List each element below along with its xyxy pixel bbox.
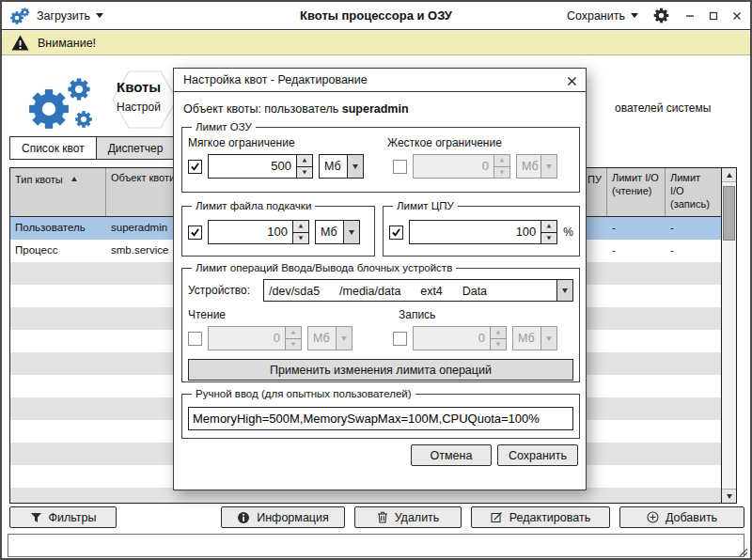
scrollbar-up-button[interactable] (722, 168, 736, 182)
spin-up-button[interactable] (540, 221, 556, 232)
tab-dispatcher[interactable]: Диспетчер (97, 136, 176, 160)
device-label: Устройство: (188, 284, 263, 297)
soft-unit-combobox[interactable]: Мб (319, 154, 364, 179)
swap-limit-value[interactable]: 100 (209, 221, 292, 243)
quota-object-line: Объект квоты: пользователь superadmin (183, 102, 409, 116)
trash-icon (377, 511, 388, 523)
load-menu-button[interactable]: Загрузить (37, 9, 103, 23)
triangle-down-icon (727, 494, 732, 499)
settings-gear-icon[interactable] (653, 8, 669, 23)
page-subtitle-fragment: Настрой (117, 101, 161, 114)
quota-edit-dialog: Настройка квот - Редактирование Объект к… (173, 68, 587, 490)
caret-down-icon (336, 327, 352, 350)
dialog-close-button[interactable] (565, 74, 578, 87)
delete-button[interactable]: Удалить (354, 506, 462, 528)
ram-limit-group: Лимит ОЗУ Мягкое ограничение Жесткое огр… (181, 121, 580, 193)
io-limit-group: Лимит операций Ввода/Вывода блочных устр… (181, 262, 580, 382)
hard-limit-value: 0 (414, 155, 494, 178)
io-write-checkbox[interactable] (393, 332, 407, 346)
check-icon (391, 227, 401, 238)
spin-down-button[interactable] (296, 166, 312, 179)
app-logo-gears (24, 75, 100, 138)
check-icon (190, 162, 200, 172)
column-io-read[interactable]: Лимит I/O (чтение) (607, 168, 666, 216)
table-scrollbar[interactable] (721, 168, 736, 503)
scrollbar-thumb[interactable] (723, 186, 735, 241)
hard-limit-checkbox[interactable] (393, 160, 407, 174)
swap-limit-group: Лимит файла подкачки 100 Мб (181, 200, 375, 257)
add-button[interactable]: Добавить (619, 506, 744, 528)
resize-grip[interactable] (737, 546, 748, 557)
spin-down-button (490, 338, 506, 350)
io-write-unit-value: Мб (513, 327, 540, 350)
quota-object-name: superadmin (342, 102, 409, 116)
spin-up-button (494, 155, 509, 166)
spin-up-button[interactable] (292, 221, 308, 232)
hard-unit-value: Мб (517, 155, 540, 178)
spin-down-button[interactable] (292, 232, 308, 244)
soft-limit-spinbox[interactable]: 500 (208, 154, 313, 179)
manual-input[interactable] (188, 407, 573, 430)
cpu-limit-spinbox[interactable]: 100 (409, 220, 557, 244)
swap-limit-spinbox[interactable]: 100 (208, 220, 309, 244)
caret-down-icon[interactable] (347, 155, 363, 178)
load-menu-label: Загрузить (37, 9, 90, 23)
minimize-button[interactable] (684, 10, 696, 22)
hard-limit-label: Жесткое ограничение (387, 136, 502, 149)
title-bar: Загрузить Квоты процессора и ОЗУ Сохрани… (2, 2, 750, 30)
io-read-unit-value: Мб (308, 327, 336, 350)
caret-down-icon[interactable] (556, 280, 572, 301)
edit-pencil-icon (491, 511, 503, 523)
swap-unit-combobox[interactable]: Мб (315, 220, 360, 244)
hard-limit-spinbox: 0 (413, 154, 510, 179)
spin-up-button[interactable] (296, 155, 312, 166)
swap-limit-checkbox[interactable] (188, 226, 202, 240)
io-read-label: Чтение (188, 308, 399, 321)
maximize-button[interactable] (708, 10, 719, 22)
cancel-button[interactable]: Отмена (411, 444, 492, 466)
save-menu-button[interactable]: Сохранить (567, 9, 638, 23)
swap-limit-legend: Лимит файла подкачки (192, 200, 315, 211)
dialog-title: Настройка квот - Редактирование (174, 69, 586, 92)
filters-button[interactable]: Фильтры (9, 506, 117, 528)
swap-unit-value: Мб (316, 221, 343, 243)
scrollbar-down-button[interactable] (722, 489, 736, 503)
cpu-limit-legend: Лимит ЦПУ (393, 200, 458, 211)
caret-down-icon (540, 155, 556, 178)
io-limit-legend: Лимит операций Ввода/Вывода блочных устр… (192, 262, 456, 273)
apply-io-limits-button[interactable]: Применить изменения лимита операций (188, 359, 573, 381)
column-type[interactable]: Тип квоты (10, 168, 106, 216)
caret-down-icon[interactable] (343, 221, 359, 243)
warning-text: Внимание! (38, 37, 96, 50)
cpu-limit-checkbox[interactable] (389, 226, 403, 240)
page-title: Квоты (117, 79, 161, 95)
sort-asc-icon (71, 177, 77, 181)
save-menu-label: Сохранить (567, 9, 625, 23)
soft-limit-value[interactable]: 500 (209, 155, 296, 178)
io-read-spinbox: 0 (208, 326, 302, 350)
tab-quota-list[interactable]: Список квот (9, 136, 97, 160)
triangle-up-icon (727, 173, 732, 178)
info-button[interactable]: Информация (221, 506, 345, 528)
page-subtitle-right-fragment: ователей системы (615, 101, 711, 115)
close-window-button[interactable] (731, 10, 743, 22)
tab-bar: Список квот Диспетчер (9, 136, 175, 160)
column-io-write[interactable]: Лимит I/O (запись) (666, 168, 721, 216)
save-button[interactable]: Сохранить (497, 444, 578, 466)
soft-unit-value: Мб (320, 155, 347, 178)
io-write-value: 0 (414, 327, 490, 350)
edit-button[interactable]: Редактировать (471, 506, 610, 528)
device-combobox[interactable]: /dev/sda5 /media/data ext4 Data (263, 279, 573, 302)
cpu-percent-label: % (563, 226, 573, 239)
io-read-checkbox[interactable] (188, 332, 202, 346)
soft-limit-checkbox[interactable] (188, 160, 202, 174)
cpu-limit-value[interactable]: 100 (410, 221, 540, 243)
spin-up-button (490, 327, 506, 338)
soft-limit-label: Мягкое ограничение (188, 136, 387, 149)
info-icon (237, 511, 250, 524)
plus-icon (647, 511, 659, 523)
caret-down-icon (631, 13, 638, 18)
spin-down-button[interactable] (540, 232, 556, 244)
cpu-limit-group: Лимит ЦПУ 100 % (383, 200, 580, 257)
io-write-label: Запись (399, 308, 435, 321)
